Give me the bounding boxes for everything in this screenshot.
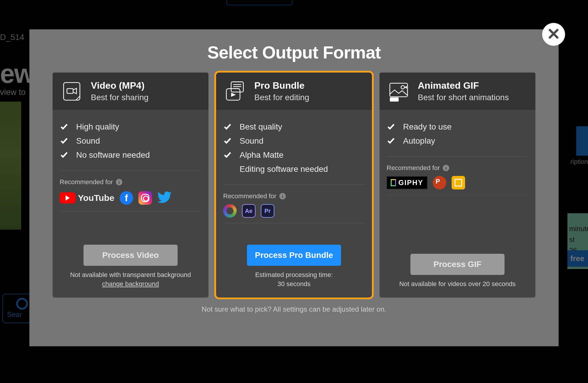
feature-text: Ready to use xyxy=(403,122,452,132)
info-icon[interactable]: i xyxy=(116,179,122,185)
card-video-header: Video (MP4) Best for sharing xyxy=(53,73,208,110)
svg-rect-1 xyxy=(67,88,73,93)
card-gif-caption: Not available for videos over 20 seconds xyxy=(387,280,528,289)
svg-point-8 xyxy=(401,85,405,89)
process-video-button[interactable]: Process Video xyxy=(83,245,178,266)
recommended-for-label: Recommended for i xyxy=(216,190,372,200)
video-file-icon xyxy=(61,80,83,102)
divider xyxy=(60,211,201,211)
svg-text:GIF: GIF xyxy=(391,98,396,101)
feature-text: Sound xyxy=(76,136,100,146)
card-video: Video (MP4) Best for sharing High qualit… xyxy=(53,73,208,298)
check-icon xyxy=(223,151,232,159)
check-icon xyxy=(223,122,232,131)
divider xyxy=(387,156,528,157)
card-pro-bundle: Pro Bundle Best for editing Best quality… xyxy=(216,73,372,298)
card-pro-features: Best quality Sound Alpha Matte Editing s… xyxy=(216,110,372,179)
youtube-icon: YouTube xyxy=(60,192,114,204)
card-gif: GIF Animated GIF Best for short animatio… xyxy=(380,73,535,298)
card-gif-features: Ready to use Autoplay xyxy=(380,110,535,151)
card-pro-header: Pro Bundle Best for editing xyxy=(216,73,372,110)
feature-text: Alpha Matte xyxy=(240,150,283,160)
giphy-icon: GIPHY xyxy=(387,176,427,189)
feature-text: Sound xyxy=(240,136,263,146)
instagram-icon xyxy=(138,191,152,205)
twitter-icon xyxy=(157,190,172,206)
divider xyxy=(223,223,365,223)
recommended-for-label: Recommended for i xyxy=(53,176,208,186)
check-icon xyxy=(60,122,69,131)
card-pro-title: Pro Bundle xyxy=(254,80,309,91)
card-video-subtitle: Best for sharing xyxy=(91,93,148,102)
modal-footer-text: Not sure what to pick? All settings can … xyxy=(38,305,550,313)
powerpoint-icon xyxy=(433,176,446,189)
card-pro-caption: Estimated processing time: 30 seconds xyxy=(223,271,365,289)
info-icon[interactable]: i xyxy=(443,165,449,171)
process-gif-button[interactable]: Process GIF xyxy=(410,254,505,275)
card-pro-logos: Ae Pr xyxy=(216,200,372,218)
info-icon[interactable]: i xyxy=(279,193,286,199)
check-icon xyxy=(223,137,232,145)
close-icon xyxy=(547,27,560,41)
card-gif-title: Animated GIF xyxy=(418,80,509,91)
feature-text: No software needed xyxy=(76,150,150,160)
check-icon xyxy=(387,137,395,145)
close-button[interactable] xyxy=(542,23,565,46)
card-video-caption: Not available with transparent backgroun… xyxy=(60,271,201,289)
card-pro-subtitle: Best for editing xyxy=(254,93,309,102)
divider xyxy=(223,184,365,185)
card-gif-subtitle: Best for short animations xyxy=(418,93,509,102)
pro-bundle-icon xyxy=(224,80,246,102)
check-icon xyxy=(60,151,69,159)
card-video-logos: YouTube f xyxy=(53,186,208,206)
davinci-resolve-icon xyxy=(223,204,237,218)
card-gif-logos: GIPHY xyxy=(380,172,535,189)
svg-rect-7 xyxy=(390,83,407,97)
feature-text: Best quality xyxy=(240,122,282,132)
check-icon xyxy=(60,137,69,145)
gif-file-icon: GIF xyxy=(388,80,410,102)
process-pro-bundle-button[interactable]: Process Pro Bundle xyxy=(247,245,341,266)
change-background-link[interactable]: change background xyxy=(102,280,159,288)
check-icon xyxy=(387,122,395,131)
card-video-features: High quality Sound No software needed xyxy=(53,110,208,165)
cards-row: Video (MP4) Best for sharing High qualit… xyxy=(38,73,550,298)
divider xyxy=(60,170,201,171)
google-slides-icon xyxy=(452,176,465,189)
feature-text: Editing software needed xyxy=(240,164,328,174)
feature-text: High quality xyxy=(76,122,119,132)
facebook-icon: f xyxy=(120,191,133,205)
card-gif-header: GIF Animated GIF Best for short animatio… xyxy=(380,73,535,110)
output-format-modal: Select Output Format Video (MP4) Best fo… xyxy=(29,29,559,346)
svg-rect-0 xyxy=(64,82,80,100)
premiere-pro-icon: Pr xyxy=(261,204,274,218)
modal-title: Select Output Format xyxy=(38,42,550,63)
after-effects-icon: Ae xyxy=(242,204,255,218)
recommended-for-label: Recommended for i xyxy=(380,162,535,172)
check-icon xyxy=(223,165,232,174)
feature-text: Autoplay xyxy=(403,136,435,146)
card-video-title: Video (MP4) xyxy=(91,80,148,91)
divider xyxy=(387,195,528,195)
